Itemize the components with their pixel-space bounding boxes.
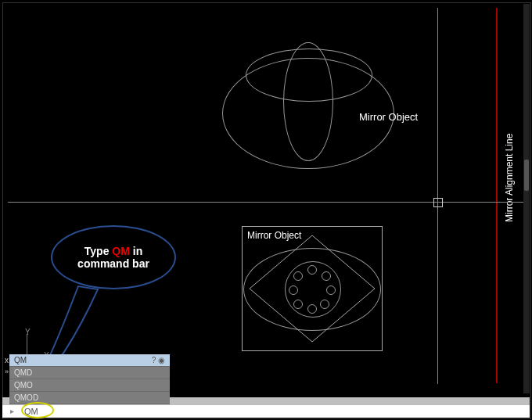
crosshair-vertical <box>437 8 438 384</box>
autocomplete-item-label: QMO <box>14 381 33 389</box>
autocomplete-item-label: QMD <box>14 368 32 377</box>
command-prompt-icon: ▸ <box>10 407 20 416</box>
vertical-scrollbar[interactable] <box>523 4 530 393</box>
mirror-alignment-line <box>496 8 498 383</box>
callout-text-prefix: Type <box>84 245 113 257</box>
annotation-callout: Type QM in command bar <box>51 225 176 291</box>
callout-text-highlight: QM <box>112 245 130 257</box>
autocomplete-item[interactable]: QMD <box>9 367 170 379</box>
crosshair-horizontal <box>8 202 526 203</box>
autocomplete-item-label: QMOD <box>14 393 38 402</box>
mirror-object-top-label: Mirror Object <box>359 111 418 123</box>
command-typed-text: QM <box>24 407 38 416</box>
crosshair-pickbox <box>433 198 443 207</box>
mirror-object-bottom <box>242 226 383 351</box>
autocomplete-item[interactable]: QM ? ◉ <box>9 354 170 367</box>
command-input[interactable]: QM <box>2 405 530 418</box>
help-icon[interactable]: ? <box>152 356 156 364</box>
scrollbar-thumb[interactable] <box>524 160 529 191</box>
globe-icon[interactable]: ◉ <box>158 356 165 364</box>
mirror-alignment-label: Mirror Alignment Line <box>504 134 515 222</box>
autocomplete-item[interactable]: QMOD <box>9 392 170 404</box>
autocomplete-item[interactable]: QMO <box>9 379 170 392</box>
command-autocomplete-panel: QM ? ◉ QMD QMO QMOD <box>9 354 170 404</box>
ucs-y-label: Y <box>25 328 31 336</box>
autocomplete-item-label: QM <box>14 356 27 364</box>
mirror-object-bottom-label: Mirror Object <box>247 230 301 241</box>
